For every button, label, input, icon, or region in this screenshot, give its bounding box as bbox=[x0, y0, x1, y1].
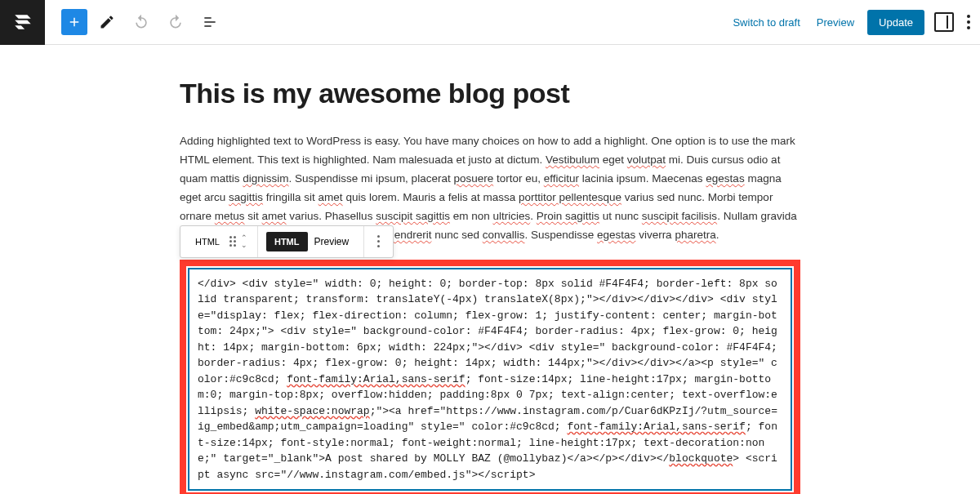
undo-button[interactable] bbox=[127, 7, 156, 37]
switch-to-draft-button[interactable]: Switch to draft bbox=[729, 11, 803, 33]
preview-button[interactable]: Preview bbox=[813, 11, 858, 33]
html-mode-button[interactable]: HTML bbox=[266, 232, 308, 251]
edit-tool-button[interactable] bbox=[92, 7, 122, 37]
block-type-label: HTML bbox=[189, 237, 226, 247]
site-logo[interactable] bbox=[0, 0, 45, 45]
redo-icon bbox=[167, 14, 184, 30]
editor-topbar: Switch to draft Preview Update bbox=[0, 0, 980, 45]
document-outline-button[interactable] bbox=[195, 7, 225, 37]
more-options-button[interactable] bbox=[964, 11, 973, 33]
post-content: This is my awesome blog post Adding high… bbox=[172, 78, 808, 494]
chevron-down-icon[interactable]: ⌄ bbox=[241, 242, 247, 249]
outline-icon bbox=[202, 14, 218, 30]
update-button[interactable]: Update bbox=[867, 10, 924, 35]
block-type-segment[interactable]: HTML ⌃⌄ bbox=[180, 226, 258, 257]
pencil-icon bbox=[99, 14, 115, 30]
post-title[interactable]: This is my awesome blog post bbox=[180, 78, 800, 109]
block-more-options[interactable] bbox=[364, 226, 393, 257]
move-arrows[interactable]: ⌃⌄ bbox=[239, 234, 249, 249]
html-preview-toggle: HTML Preview bbox=[258, 226, 364, 257]
plus-icon bbox=[67, 15, 82, 29]
more-icon bbox=[372, 235, 385, 247]
topbar-actions: Switch to draft Preview Update bbox=[729, 10, 973, 35]
block-toolbar: HTML ⌃⌄ HTML Preview bbox=[180, 225, 394, 258]
html-code-editor[interactable]: </div> <div style=" width: 0; height: 0;… bbox=[188, 268, 792, 492]
add-block-button[interactable] bbox=[61, 9, 87, 35]
preview-mode-button[interactable]: Preview bbox=[308, 236, 356, 247]
undo-icon bbox=[133, 14, 149, 30]
settings-panel-toggle[interactable] bbox=[934, 12, 954, 32]
redo-button[interactable] bbox=[161, 7, 190, 37]
custom-html-block: HTML ⌃⌄ HTML Preview </div> <div style="… bbox=[180, 260, 800, 494]
logo-icon bbox=[12, 11, 33, 33]
drag-handle-icon[interactable] bbox=[226, 236, 239, 247]
editor-canvas: This is my awesome blog post Adding high… bbox=[0, 45, 980, 494]
highlighted-block-outline: </div> <div style=" width: 0; height: 0;… bbox=[180, 260, 800, 494]
